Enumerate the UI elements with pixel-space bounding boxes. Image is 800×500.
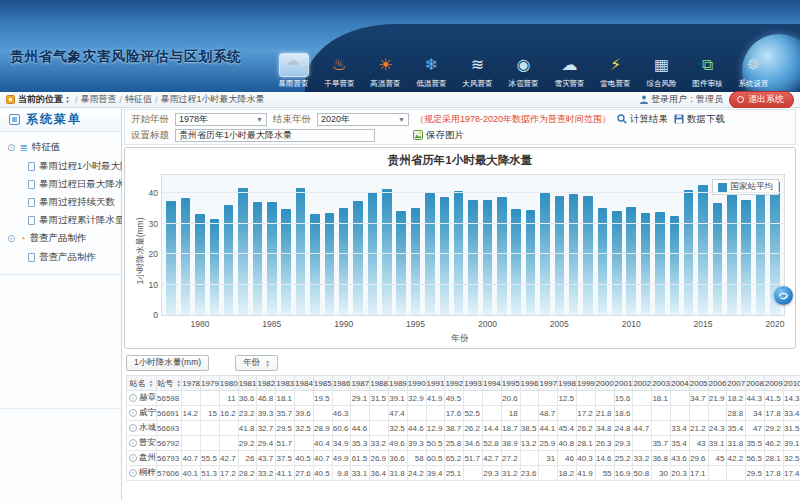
year-column-header-2005[interactable]: 2005: [689, 376, 708, 391]
nav-item-map-review[interactable]: ⧉图件审核: [687, 53, 728, 91]
value-cell-2003: 35.7: [652, 436, 671, 451]
year-column-header-1982[interactable]: 1982: [257, 376, 276, 391]
name-column-header[interactable]: 站名▲▼: [127, 376, 157, 391]
year-column-header-2000[interactable]: 2000: [595, 376, 614, 391]
nav-item-drought[interactable]: ♨干旱普查: [319, 53, 360, 91]
year-column-header-2002[interactable]: 2002: [633, 376, 652, 391]
nav-item-rainstorm[interactable]: ☂暴雨普查: [273, 53, 314, 91]
year-column-header-1984[interactable]: 1984: [295, 376, 314, 391]
save-image-button[interactable]: 保存图片: [413, 129, 464, 142]
row-expander-icon[interactable]: [129, 409, 137, 417]
year-column-header-1987[interactable]: 1987: [351, 376, 370, 391]
year-column-header-1998[interactable]: 1998: [558, 376, 577, 391]
year-column-header-1995[interactable]: 1995: [501, 376, 520, 391]
tree-item-0-1[interactable]: 暴雨过程日最大降水量: [0, 175, 121, 193]
tree-item-0-3[interactable]: 暴雨过程累计降水量: [0, 211, 121, 229]
floating-service-icon[interactable]: [774, 286, 793, 305]
year-column-header-2006[interactable]: 2006: [708, 376, 727, 391]
nav-item-lightning[interactable]: ⚡雷电普查: [595, 53, 636, 91]
year-column-header-2004[interactable]: 2004: [670, 376, 689, 391]
station-id-cell: 56693: [157, 421, 182, 436]
wind-icon: ≋: [463, 53, 493, 77]
measure-chip[interactable]: 1小时降水量(mm): [126, 355, 209, 371]
value-cell-2004: [670, 406, 689, 421]
nav-item-low-temp[interactable]: ❄低温普查: [411, 53, 452, 91]
year-column-header-1996[interactable]: 1996: [520, 376, 539, 391]
list-icon: ≣: [19, 142, 27, 153]
breadcrumb-item-0[interactable]: 暴雨普查: [81, 93, 117, 106]
year-column-header-1986[interactable]: 1986: [332, 376, 351, 391]
value-cell-1985: 40.7: [313, 451, 332, 466]
row-expander-icon[interactable]: [129, 394, 137, 402]
year-column-header-1992[interactable]: 1992: [445, 376, 464, 391]
tree-section-1[interactable]: ⊙◔普查产品制作: [0, 229, 121, 248]
row-expander-icon[interactable]: [129, 454, 137, 462]
year-column-header-1993[interactable]: 1993: [464, 376, 483, 391]
tree-section-0[interactable]: ⊙≣特征值: [0, 138, 121, 157]
table-row: 威宁5669114.21516.223.239.335.739.646.347.…: [127, 406, 800, 421]
breadcrumb-item-1[interactable]: 特征值: [125, 93, 152, 106]
year-column-header-1979[interactable]: 1979: [201, 376, 220, 391]
start-year-select[interactable]: 1978年▼: [175, 113, 267, 126]
year-column-header-1997[interactable]: 1997: [539, 376, 558, 391]
chart-title-input[interactable]: [175, 129, 375, 142]
document-icon: [28, 216, 35, 225]
year-column-header-1999[interactable]: 1999: [576, 376, 595, 391]
nav-item-wind[interactable]: ≋大风普查: [457, 53, 498, 91]
logout-button[interactable]: 退出系统: [729, 91, 794, 109]
value-cell-1984: 39.6: [295, 406, 314, 421]
column-field-chip[interactable]: 年份 ▲▼: [235, 355, 278, 371]
year-column-header-1988[interactable]: 1988: [370, 376, 389, 391]
value-cell-2008: 34: [746, 406, 765, 421]
nav-item-risk[interactable]: ▦综合风险: [641, 53, 682, 91]
year-column-header-1981[interactable]: 1981: [238, 376, 257, 391]
year-column-header-1985[interactable]: 1985: [313, 376, 332, 391]
value-cell-1995: 20.6: [501, 391, 520, 406]
year-column-header-2003[interactable]: 2003: [652, 376, 671, 391]
value-cell-1984: [295, 391, 314, 406]
year-column-header-2010[interactable]: 2010: [783, 376, 800, 391]
row-expander-icon[interactable]: [129, 469, 137, 477]
expander-icon[interactable]: ⊙: [7, 234, 15, 244]
year-column-header-1990[interactable]: 1990: [407, 376, 426, 391]
value-cell-2010: 14.3: [783, 391, 800, 406]
row-expander-icon[interactable]: [129, 439, 137, 447]
year-column-header-1991[interactable]: 1991: [426, 376, 445, 391]
year-column-header-2009[interactable]: 2009: [764, 376, 783, 391]
nav-item-high-temp[interactable]: ☀高温普查: [365, 53, 406, 91]
value-cell-1979: 55.5: [201, 451, 220, 466]
year-column-header-2008[interactable]: 2008: [746, 376, 765, 391]
expander-icon[interactable]: ⊙: [7, 143, 15, 153]
id-column-header[interactable]: 站号▲▼: [157, 376, 182, 391]
tree-item-0-2[interactable]: 暴雨过程持续天数: [0, 193, 121, 211]
year-column-header-1980[interactable]: 1980: [219, 376, 238, 391]
breadcrumb: /暴雨普查/特征值/暴雨过程1小时最大降水量: [75, 93, 265, 106]
tree-item-1-0[interactable]: 普查产品制作: [0, 248, 121, 266]
year-column-header-2007[interactable]: 2007: [727, 376, 746, 391]
value-cell-2005: 43: [689, 436, 708, 451]
value-cell-1988: [370, 406, 389, 421]
value-cell-2005: 21.2: [689, 421, 708, 436]
value-cell-2006: 24.3: [708, 421, 727, 436]
map-review-icon: ⧉: [693, 53, 723, 77]
sidebar: 系统菜单 ⊙≣特征值暴雨过程1小时最大降水量暴雨过程日最大降水量暴雨过程持续天数…: [0, 108, 122, 500]
tree-item-0-0[interactable]: 暴雨过程1小时最大降水量: [0, 157, 121, 175]
calculate-button[interactable]: 计算结果: [617, 113, 668, 126]
download-button[interactable]: 数据下载: [674, 113, 725, 126]
year-column-header-2001[interactable]: 2001: [614, 376, 633, 391]
year-column-header-1983[interactable]: 1983: [276, 376, 295, 391]
nav-item-snow[interactable]: ☁雪灾普查: [549, 53, 590, 91]
year-column-header-1978[interactable]: 1978: [182, 376, 201, 391]
end-year-select[interactable]: 2020年▼: [317, 113, 409, 126]
year-column-header-1989[interactable]: 1989: [389, 376, 408, 391]
range-note: （规定采用1978-2020年数据作为普查时间范围）: [415, 113, 611, 126]
document-icon: [28, 198, 35, 207]
menu-icon: [9, 114, 20, 125]
station-name-cell: 水城: [127, 421, 157, 436]
bar-slot-1997: [437, 175, 451, 315]
nav-item-settings[interactable]: ☸系统设置: [733, 53, 774, 91]
row-expander-icon[interactable]: [129, 424, 137, 432]
breadcrumb-item-2[interactable]: 暴雨过程1小时最大降水量: [161, 93, 265, 106]
nav-item-hail[interactable]: ◉冰雹普查: [503, 53, 544, 91]
year-column-header-1994[interactable]: 1994: [483, 376, 502, 391]
